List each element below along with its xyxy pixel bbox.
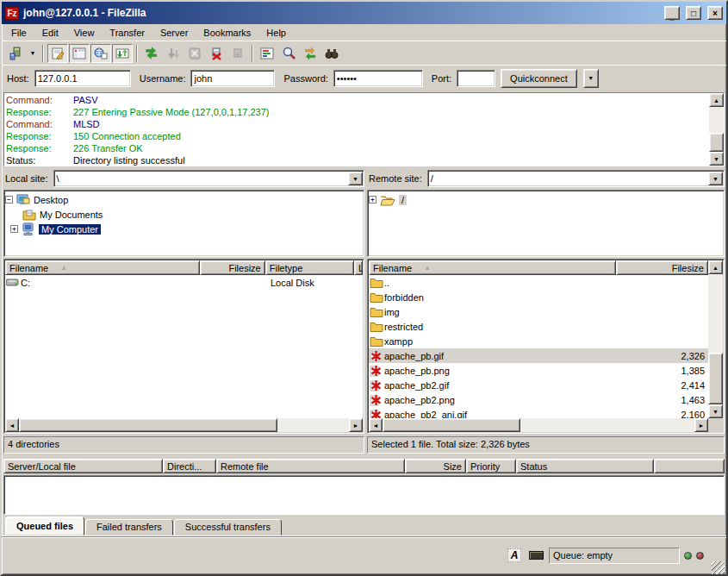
remote-file-row[interactable]: apache_pb2_ani.gif 2,160 (369, 407, 708, 418)
column-header-filename[interactable]: Filename▲ (5, 260, 200, 275)
password-input[interactable] (333, 70, 423, 87)
resize-grip[interactable] (712, 561, 725, 574)
toggle-message-log-button[interactable] (47, 44, 68, 63)
toggle-remote-treeview-button[interactable] (90, 44, 111, 63)
speed-limit-indicator-icon[interactable] (527, 548, 544, 563)
column-header-filetype[interactable]: Filetype (265, 260, 354, 275)
tab-queued-files[interactable]: Queued files (5, 517, 84, 535)
disconnect-button[interactable] (206, 44, 227, 63)
remote-file-row[interactable]: apache_pb2.png 1,463 (369, 392, 708, 407)
port-input[interactable] (457, 70, 495, 87)
close-button[interactable]: × (707, 6, 723, 20)
cancel-operation-button[interactable] (184, 44, 205, 63)
synchronized-browsing-button[interactable] (300, 44, 320, 63)
chevron-down-icon: ▼ (30, 50, 36, 56)
maximize-button[interactable]: □ (686, 6, 701, 20)
menu-file[interactable]: File (3, 26, 34, 40)
remote-file-row[interactable]: restricted (369, 319, 708, 334)
log-line: Response:150 Connection accepted (6, 130, 707, 142)
tree-item-root[interactable]: + / (369, 192, 723, 207)
scroll-right-button[interactable]: ► (349, 418, 363, 432)
menu-transfer[interactable]: Transfer (102, 26, 152, 40)
quickconnect-button[interactable]: Quickconnect (501, 69, 577, 88)
scrollbar-thumb[interactable] (383, 418, 520, 432)
minimize-button[interactable]: _ (664, 6, 680, 20)
log-vertical-scrollbar[interactable]: ▲ ▼ (709, 93, 724, 166)
scrollbar-thumb[interactable] (709, 133, 724, 152)
remote-site-combobox[interactable]: / ▼ (427, 170, 725, 187)
column-header-last-modified[interactable]: L (354, 260, 363, 275)
column-header-filename[interactable]: Filename▲ (369, 260, 616, 275)
site-manager-dropdown-button[interactable]: ▼ (27, 44, 39, 63)
scrollbar-thumb[interactable] (19, 418, 277, 432)
host-input[interactable] (34, 70, 131, 87)
menu-bookmarks[interactable]: Bookmarks (196, 26, 258, 40)
local-file-row[interactable]: C: Local Disk (5, 275, 363, 290)
remote-file-row-selected[interactable]: apache_pb.gif 2,326 (369, 348, 708, 363)
scrollbar-thumb[interactable] (708, 353, 723, 404)
directory-comparison-button[interactable] (321, 44, 342, 63)
remote-file-row[interactable]: img (369, 304, 708, 319)
toggle-transfer-queue-button[interactable] (112, 44, 133, 63)
titlebar[interactable]: Fz john@127.0.0.1 - FileZilla _ □ × (2, 2, 726, 24)
directory-listing-filters-button[interactable] (257, 44, 277, 63)
expand-icon[interactable]: + (10, 225, 18, 233)
remote-file-row[interactable]: apache_pb2.gif 2,414 (369, 378, 708, 392)
local-pane: Local site: \ ▼ − Desktop My Documents + (3, 169, 364, 454)
toggle-local-treeview-button[interactable] (69, 44, 90, 63)
menu-server[interactable]: Server (152, 26, 196, 40)
column-header-direction[interactable]: Directi... (163, 459, 216, 473)
tab-failed-transfers[interactable]: Failed transfers (85, 519, 173, 535)
menu-view[interactable]: View (66, 26, 103, 40)
column-header-server-local-file[interactable]: Server/Local file (3, 459, 163, 473)
folder-icon (369, 277, 384, 288)
scroll-right-button[interactable]: ► (694, 418, 708, 432)
selected-tree-item-label: My Computer (39, 224, 101, 235)
column-header-filesize[interactable]: Filesize (200, 260, 265, 275)
scroll-down-button[interactable]: ▼ (709, 152, 724, 166)
chevron-down-icon[interactable]: ▼ (348, 172, 363, 185)
scroll-left-button[interactable]: ◄ (369, 418, 383, 432)
scroll-down-button[interactable]: ▼ (708, 404, 723, 418)
data-type-indicator-icon[interactable]: A (506, 548, 523, 563)
process-queue-button[interactable] (163, 44, 184, 63)
tree-item-desktop[interactable]: − Desktop (5, 192, 363, 207)
transfer-queue-list[interactable] (3, 475, 725, 515)
scroll-left-button[interactable]: ◄ (5, 418, 19, 432)
scroll-up-button[interactable]: ▲ (709, 93, 724, 107)
tab-successful-transfers[interactable]: Successful transfers (174, 519, 282, 535)
refresh-button[interactable] (141, 44, 162, 63)
tree-item-my-computer[interactable]: + My Computer (10, 222, 363, 236)
remote-vertical-scrollbar[interactable]: ▲ ▼ (708, 260, 723, 432)
remote-directory-tree: + / (367, 190, 725, 257)
password-label: Password: (283, 73, 327, 84)
reconnect-button[interactable] (227, 44, 248, 63)
column-header-status[interactable]: Status (516, 459, 654, 473)
remote-horizontal-scrollbar[interactable]: ◄ ► (369, 418, 708, 432)
column-header-priority[interactable]: Priority (466, 459, 516, 473)
remote-file-row[interactable]: apache_pb.png 1,385 (369, 363, 708, 378)
local-site-label: Local site: (3, 173, 53, 184)
remote-file-row[interactable]: xampp (369, 334, 708, 348)
scroll-up-button[interactable]: ▲ (708, 260, 723, 274)
site-manager-button[interactable] (5, 44, 26, 63)
file-search-button[interactable] (278, 44, 299, 63)
column-header-remote-file[interactable]: Remote file (216, 459, 405, 473)
collapse-icon[interactable]: − (5, 196, 13, 203)
remote-pane: Remote site: / ▼ + / (367, 169, 725, 454)
chevron-down-icon[interactable]: ▼ (708, 172, 723, 185)
column-header-size[interactable]: Size (405, 459, 466, 473)
menu-help[interactable]: Help (258, 26, 294, 40)
local-horizontal-scrollbar[interactable]: ◄ ► (5, 418, 363, 432)
column-header-filesize[interactable]: Filesize (616, 260, 708, 275)
quickconnect-dropdown-button[interactable]: ▼ (583, 69, 599, 88)
remote-treeview-icon (94, 47, 108, 60)
menu-edit[interactable]: Edit (34, 26, 66, 40)
username-input[interactable] (190, 70, 275, 87)
tree-item-my-documents[interactable]: My Documents (22, 207, 363, 222)
remote-file-row[interactable]: .. (369, 275, 708, 290)
expand-icon[interactable]: + (369, 196, 376, 203)
queue-tabstrip: Queued files Failed transfers Successful… (2, 515, 726, 536)
local-site-combobox[interactable]: \ ▼ (53, 170, 364, 187)
remote-file-row[interactable]: forbidden (369, 290, 708, 304)
